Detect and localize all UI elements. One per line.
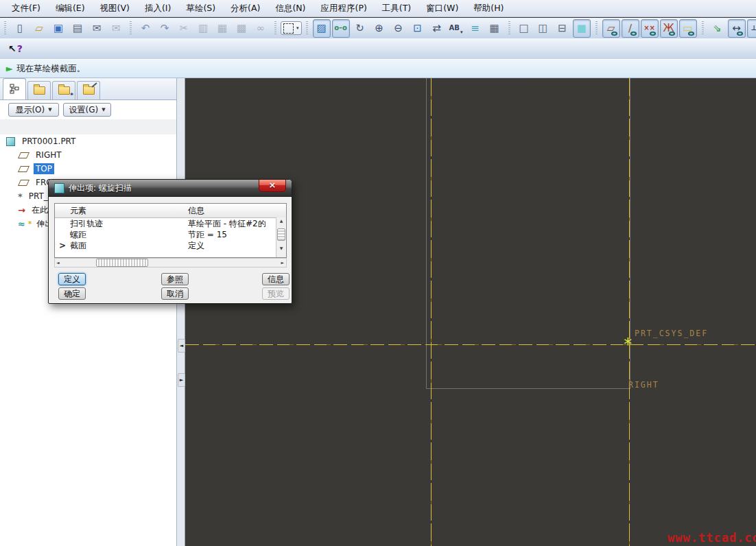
save-icon-glyph: ▣ bbox=[54, 23, 63, 34]
tree-item[interactable]: RIGHT bbox=[0, 148, 176, 162]
sketch-orient-icon[interactable]: ⇘ bbox=[709, 19, 727, 38]
menu-analysis[interactable]: 分析(A) bbox=[223, 1, 268, 16]
favorites-tab[interactable]: * bbox=[52, 81, 75, 99]
save-icon[interactable]: ▣ bbox=[49, 19, 67, 38]
menu-applications[interactable]: 应用程序(P) bbox=[314, 1, 375, 16]
zoom-in-icon[interactable]: ⊕ bbox=[370, 19, 388, 38]
reorient-icon[interactable]: ⇄ bbox=[428, 19, 446, 38]
csys-display-icon[interactable]: Ж bbox=[660, 19, 678, 38]
refit-icon[interactable]: ⊡ bbox=[409, 19, 427, 38]
menu-sketch[interactable]: 草绘(S) bbox=[178, 1, 223, 16]
constraint-display-icon[interactable]: ⊥∥ bbox=[747, 19, 756, 38]
define-button[interactable]: 定义 bbox=[58, 273, 86, 285]
scroll-right-icon[interactable]: ► bbox=[281, 259, 284, 266]
axis-display-icon[interactable]: ∕ bbox=[622, 19, 639, 38]
dimension-display-icon[interactable]: ↔ bbox=[728, 19, 746, 38]
connections-tab[interactable] bbox=[77, 81, 100, 99]
favorites-folder-icon bbox=[58, 86, 70, 95]
wireframe-icon[interactable]: □ bbox=[515, 19, 533, 38]
graphics-area[interactable]: * PRT_CSYS_DEF RIGHT www.ttcad.com bbox=[185, 78, 756, 546]
tree-item-label: TOP bbox=[34, 163, 54, 174]
zoom-out-icon-glyph: ⊖ bbox=[394, 23, 403, 34]
menu-view[interactable]: 视图(V) bbox=[93, 1, 137, 16]
datum-refs-icon-glyph: o–o bbox=[334, 25, 347, 32]
view-manager-icon[interactable]: ▦ bbox=[486, 19, 504, 38]
folder-browser-tab[interactable] bbox=[27, 81, 51, 99]
shaded-icon[interactable]: ■ bbox=[573, 19, 591, 38]
expand-panel-button[interactable]: ► bbox=[178, 373, 185, 387]
horizontal-scrollbar[interactable]: ◄ ► bbox=[54, 258, 287, 268]
cancel-button[interactable]: 取消 bbox=[161, 287, 189, 300]
sketch-display-icon[interactable]: ▨ bbox=[313, 19, 331, 38]
saved-views-icon[interactable]: AB▾ bbox=[447, 19, 465, 38]
menu-file[interactable]: 文件(F) bbox=[4, 1, 48, 16]
layers-icon[interactable]: ≡ bbox=[466, 19, 484, 38]
datum-refs-icon[interactable]: o–o bbox=[332, 19, 350, 38]
model-tree-tab[interactable] bbox=[3, 78, 26, 99]
cursor-arrow-icon: ↖ bbox=[8, 43, 16, 54]
chevron-down-icon: ▼ bbox=[48, 107, 51, 112]
send-mail-icon[interactable]: ✉ bbox=[88, 19, 106, 38]
eye-icon bbox=[611, 32, 617, 36]
scroll-up-icon[interactable]: ▲ bbox=[280, 217, 283, 224]
element-column-header: 元素 bbox=[70, 205, 188, 217]
main-area: * 显示(O) ▼ 设置(G) ▼ bbox=[0, 78, 756, 546]
menu-window[interactable]: 窗口(W) bbox=[418, 1, 466, 16]
menu-tools[interactable]: 工具(T) bbox=[375, 1, 418, 16]
row-marker: > bbox=[55, 241, 70, 250]
info-button[interactable]: 信息 bbox=[262, 273, 290, 285]
scroll-down-icon[interactable]: ▼ bbox=[280, 245, 283, 252]
horizontal-centerline[interactable] bbox=[185, 344, 756, 345]
question-mark-icon: ? bbox=[17, 43, 23, 54]
context-help-button[interactable]: ↖ ? bbox=[5, 42, 25, 56]
feature-icon bbox=[54, 183, 64, 193]
print-icon[interactable]: ▤ bbox=[69, 19, 86, 38]
show-button-label: 显示(O) bbox=[15, 104, 45, 116]
menu-help[interactable]: 帮助(H) bbox=[466, 1, 511, 16]
ok-button[interactable]: 确定 bbox=[58, 287, 86, 300]
collapse-panel-button[interactable]: ◄ bbox=[178, 339, 185, 353]
element-table-row[interactable]: 螺距节距 = 15 bbox=[55, 229, 286, 240]
show-dropdown-button[interactable]: 显示(O) ▼ bbox=[8, 103, 59, 117]
references-button[interactable]: 参照 bbox=[161, 273, 189, 285]
close-button[interactable]: × bbox=[259, 180, 286, 192]
paste-icon: ▦ bbox=[213, 19, 231, 38]
point-display-icon[interactable]: ×× bbox=[641, 19, 659, 38]
eye-icon bbox=[737, 32, 743, 36]
vertical-scrollbar[interactable]: ▲ ▼ bbox=[276, 217, 286, 257]
hidden-line-icon[interactable]: ◫ bbox=[534, 19, 552, 38]
tree-item[interactable]: TOP bbox=[0, 162, 176, 176]
open-file-icon[interactable]: ▱ bbox=[30, 19, 48, 38]
vertical-sketch-line-right[interactable] bbox=[629, 78, 630, 546]
scrollbar-thumb[interactable] bbox=[96, 259, 148, 267]
zoom-out-icon[interactable]: ⊖ bbox=[390, 19, 407, 38]
shaded-icon-glyph: ■ bbox=[576, 23, 586, 34]
sketch-rectangle[interactable] bbox=[426, 78, 630, 389]
selection-filter[interactable]: ▾ bbox=[281, 21, 302, 35]
annotation-display-icon[interactable]: ▭ bbox=[679, 19, 697, 38]
filter-group: ▾ bbox=[274, 21, 302, 35]
redo-icon[interactable]: ↷ bbox=[156, 19, 174, 38]
prompt-arrow-icon: ► bbox=[6, 64, 12, 73]
csys-origin-marker[interactable]: * bbox=[623, 336, 633, 353]
new-file-icon[interactable]: ▯ bbox=[11, 19, 29, 38]
spin-center-icon[interactable]: ↻ bbox=[351, 19, 369, 38]
layers-icon-glyph: ≡ bbox=[471, 23, 480, 34]
scroll-left-icon[interactable]: ◄ bbox=[56, 259, 60, 266]
vertical-sketch-line-left[interactable] bbox=[431, 78, 432, 546]
scrollbar-thumb[interactable] bbox=[277, 228, 285, 241]
send-link-icon: ✉ bbox=[107, 19, 125, 38]
no-hidden-icon[interactable]: ⊟ bbox=[554, 19, 571, 38]
dialog-title-bar[interactable]: 伸出项: 螺旋扫描 × bbox=[49, 180, 292, 197]
element-table-row[interactable]: 扫引轨迹草绘平面 - 特征#2的 bbox=[55, 218, 286, 229]
settings-dropdown-button[interactable]: 设置(G) ▼ bbox=[63, 103, 111, 117]
element-table-row[interactable]: >截面定义 bbox=[55, 240, 286, 251]
panel-splitter[interactable]: ◄ ► bbox=[177, 78, 185, 546]
undo-icon[interactable]: ↶ bbox=[137, 19, 154, 38]
plane-display-icon[interactable]: ▱ bbox=[602, 19, 620, 38]
tree-item-part[interactable]: PRT0001.PRT bbox=[0, 134, 176, 148]
menu-edit[interactable]: 编辑(E) bbox=[48, 1, 93, 16]
menu-insert[interactable]: 插入(I) bbox=[137, 1, 178, 16]
undo-icon-glyph: ↶ bbox=[141, 23, 150, 34]
menu-info[interactable]: 信息(N) bbox=[268, 1, 313, 16]
